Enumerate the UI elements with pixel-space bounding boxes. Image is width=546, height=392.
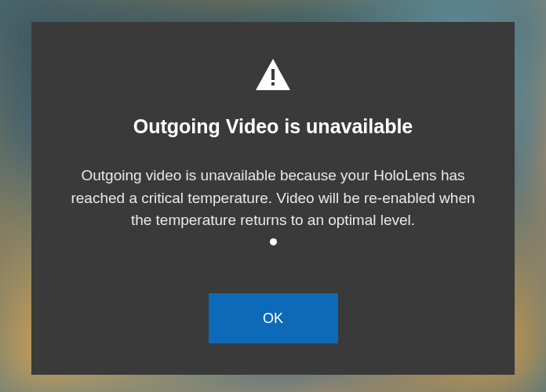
warning-icon — [254, 57, 292, 92]
ok-button[interactable]: OK — [209, 293, 338, 343]
dialog-message: Outgoing video is unavailable because yo… — [63, 165, 483, 232]
warning-dialog: Outgoing Video is unavailable Outgoing v… — [31, 22, 515, 375]
button-row: OK — [63, 293, 483, 343]
dialog-title: Outgoing Video is unavailable — [133, 115, 413, 138]
gaze-cursor — [270, 238, 277, 245]
svg-rect-1 — [271, 82, 275, 85]
svg-rect-0 — [271, 69, 275, 80]
